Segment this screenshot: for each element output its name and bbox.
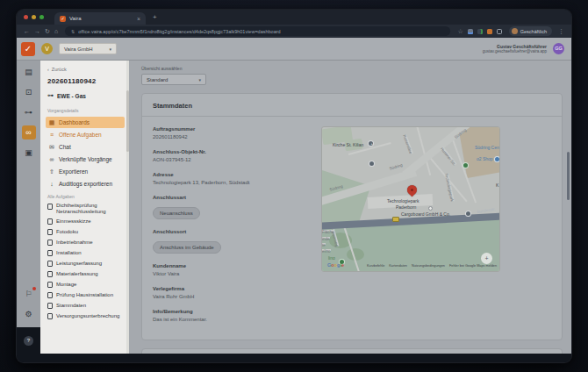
vaira-favicon: ✓	[60, 16, 66, 22]
shop-poi[interactable]	[463, 162, 469, 168]
browser-menu-icon[interactable]: ⋮	[558, 28, 564, 35]
workflows-icon[interactable]: ⊶	[22, 105, 36, 119]
document-icon	[47, 271, 53, 277]
stammdaten-card: Stammdaten Auftragsnummer 202601180942	[141, 93, 563, 340]
projects-icon[interactable]: ▤	[22, 65, 36, 79]
map-label: Kirche St. Kilian	[333, 143, 363, 147]
church-poi[interactable]: +	[368, 140, 374, 147]
map-label: elino	[322, 249, 331, 251]
back-button[interactable]: ←	[24, 27, 30, 35]
extension-icon[interactable]	[487, 29, 492, 34]
o2-poi[interactable]	[494, 156, 500, 162]
field-row: Anschluss-Objekt-Nr. AON-037945-12	[153, 149, 314, 162]
sidebar-task-item[interactable]: Installation	[47, 250, 123, 257]
extension-icon[interactable]	[468, 29, 473, 34]
field-row: Kundenname Viktor Vaira	[153, 263, 314, 276]
org-select[interactable]: Vaira GmbH ▾	[59, 43, 117, 54]
sidebar-task-item[interactable]: Inbetriebnahme	[47, 240, 123, 247]
extension-icon[interactable]	[497, 29, 502, 34]
app-top-bar: ✓ V Vaira GmbH ▾ Gustav Geschäftsführer …	[17, 38, 571, 61]
vaira-logo[interactable]: ✓	[21, 42, 35, 56]
map-label: K	[496, 183, 498, 188]
google-logo[interactable]: Google	[327, 262, 344, 268]
map-label: Fläche	[322, 230, 334, 232]
field-row: Info/Bemerkung Das ist ein Kommentar.	[153, 309, 314, 322]
sidebar-item-exportieren[interactable]: ⇧ Exportieren	[46, 166, 125, 177]
main-content: Übersicht auswählen Standard ▾ Stammdate…	[129, 61, 571, 354]
chevron-left-icon: ‹	[47, 67, 49, 72]
divider	[142, 116, 562, 117]
announcements-icon[interactable]: ⚐	[22, 287, 36, 301]
map-attribution-link[interactable]: Kartendaten	[389, 264, 407, 268]
map-attribution-link[interactable]: Kurzbefehle	[367, 264, 384, 268]
sidebar-task-item[interactable]: Dichtheitsprüfung Netzanschlussleitung	[47, 203, 123, 214]
site-settings-icon[interactable]: ⇅	[71, 29, 75, 34]
overview-label: Übersicht auswählen	[141, 66, 563, 71]
sidebar-task-item[interactable]: Fotodoku	[47, 229, 123, 236]
window-minimize-button[interactable]	[32, 15, 36, 19]
window-zoom-button[interactable]	[39, 15, 44, 19]
user-avatar[interactable]: GG	[553, 43, 564, 54]
fields-and-map: Auftragsnummer 202601180942 Anschluss-Ob…	[153, 126, 551, 332]
rail-top-icons: ▤ ⊡ ⊶ ∞	[22, 65, 36, 166]
cargoboard-poi[interactable]	[465, 211, 471, 217]
anhaenge-card: Anhänge Bestandspläne	[141, 348, 563, 354]
forms-icon[interactable]: ⊡	[22, 85, 36, 99]
map-label: Südring Center	[475, 146, 500, 150]
new-tab-button[interactable]: +	[153, 13, 157, 21]
forward-button[interactable]: →	[34, 27, 40, 35]
place-poi[interactable]	[369, 161, 375, 167]
extension-icon[interactable]	[477, 29, 483, 34]
sidebar-item-auditlogs-exportieren[interactable]: ↓ Auditlogs exportieren	[46, 178, 125, 190]
bookmark-star-icon[interactable]: ☆	[457, 28, 463, 35]
url-input[interactable]: ⇅ office.vaira.app/o/c7be7mnm5f1ndro8itg…	[65, 26, 450, 36]
map-attribution-link[interactable]: Fehler bei Google Maps melden	[449, 264, 497, 268]
document-icon	[47, 204, 53, 210]
document-icon	[47, 218, 53, 225]
sidebar-item-dashboards[interactable]: ▦ Dashboards	[46, 117, 125, 128]
map-pan-control[interactable]: +	[481, 253, 492, 264]
sidebar-task-item[interactable]: Montage	[47, 282, 123, 289]
sidebar-menu: ▦ Dashboards ≡ Offene Aufgaben ✉ C	[47, 117, 123, 190]
browser-address-bar: ← → ↻ ⌂ ⇅ office.vaira.app/o/c7be7mnm5f1…	[17, 25, 571, 38]
page-scrollbar-thumb[interactable]	[567, 152, 570, 200]
sidebar-item-chat[interactable]: ✉ Chat	[46, 141, 125, 153]
document-icon	[47, 282, 53, 288]
home-button[interactable]: ⌂	[54, 27, 58, 35]
map-attribution-link[interactable]: Nutzungsbedingungen	[412, 264, 445, 268]
map[interactable]: Kirche St. KilianSüdringSüdring Centero2…	[321, 126, 500, 272]
sidebar-task-item[interactable]: Prüfung Hausinstallation	[47, 292, 123, 299]
sidebar-item-offene-aufgaben[interactable]: ≡ Offene Aufgaben	[46, 129, 125, 140]
sidebar-task-item[interactable]: Versorgungsunterbrechung	[47, 313, 123, 320]
map-label: inde	[322, 237, 330, 239]
map-label: Cargoboard GmbH & Co.	[401, 212, 450, 217]
browser-window: ✓ Vaira × + ← → ↻ ⌂ ⇅ office.vaira.app/o…	[16, 9, 572, 363]
org-avatar[interactable]: V	[41, 43, 53, 54]
workflow-icon: ⊶	[47, 92, 54, 99]
overview-select[interactable]: Standard ▾	[141, 74, 206, 85]
sidebar-item-verknuepfte-vorgaenge[interactable]: ∞ Verknüpfte Vorgänge	[46, 154, 125, 165]
sidebar-task-item[interactable]: Stammdaten	[47, 303, 123, 310]
document-icon	[47, 303, 53, 309]
document-icon	[47, 292, 53, 298]
browser-profile-chip[interactable]: Geschäftlich	[509, 26, 552, 36]
sidebar-task-item[interactable]: Leistungserfassung	[47, 261, 123, 268]
technologiepark-poi[interactable]	[428, 206, 433, 211]
contacts-icon[interactable]: ▣	[22, 146, 36, 160]
sidebar-task-item[interactable]: Materialerfassung	[47, 271, 123, 278]
tab-close-icon[interactable]: ×	[137, 16, 140, 22]
reload-button[interactable]: ↻	[45, 27, 50, 35]
document-icon	[47, 240, 53, 246]
back-link[interactable]: ‹ Zurück	[47, 67, 123, 72]
project-link[interactable]: ⊶ EWE - Gas	[47, 92, 123, 99]
pipelines-icon[interactable]: ∞	[22, 125, 36, 140]
map-label: Südring	[389, 162, 403, 170]
map-attribution: KurzbefehleKartendatenNutzungsbedingunge…	[367, 264, 497, 268]
sidebar-task-item[interactable]: Einmessskizze	[47, 218, 123, 225]
window-close-button[interactable]	[24, 15, 28, 19]
browser-tab[interactable]: ✓ Vaira ×	[54, 12, 146, 25]
help-button[interactable]: ?	[24, 336, 33, 346]
settings-icon[interactable]: ⚙	[22, 307, 36, 321]
map-label: Rosenallee	[405, 134, 413, 154]
overview-value: Standard	[147, 77, 168, 82]
